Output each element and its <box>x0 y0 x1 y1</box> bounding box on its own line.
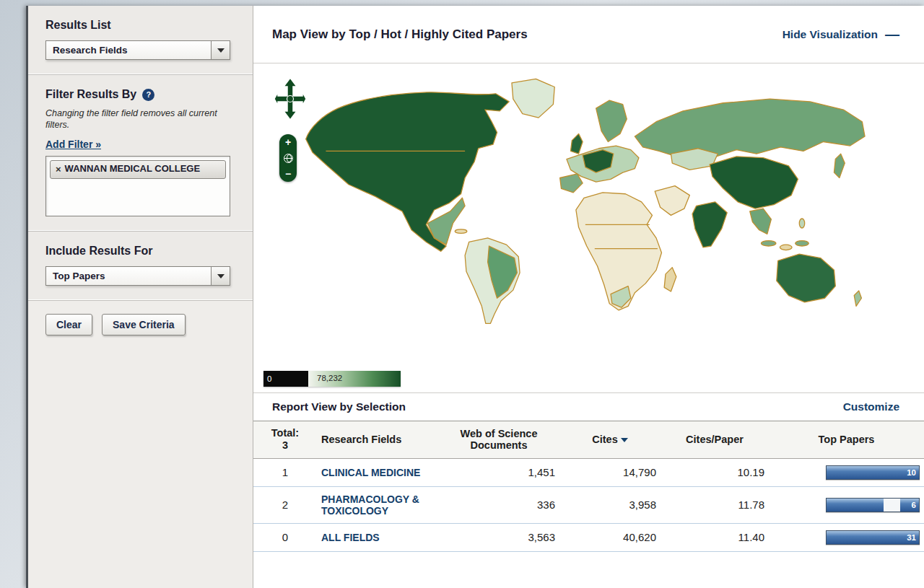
include-results-dropdown-button[interactable] <box>211 267 230 285</box>
bar-cap <box>900 499 919 512</box>
globe-icon[interactable] <box>284 154 293 163</box>
report-table: Total: 3 Research Fields Web of Science … <box>253 421 924 552</box>
country-shape <box>710 157 798 209</box>
cites-value: 14,790 <box>559 458 661 486</box>
total-value: 3 <box>258 439 313 452</box>
zoom-out-button[interactable]: − <box>285 169 291 179</box>
country-shape <box>306 92 510 252</box>
filter-section: Filter Results By ? Changing the filter … <box>28 75 253 232</box>
rank-value: 1 <box>253 458 317 486</box>
column-header-cites[interactable]: Cites <box>559 421 661 458</box>
map-pan-control[interactable] <box>274 76 307 128</box>
country-shape <box>635 99 865 157</box>
results-list-section: Results List Research Fields <box>28 6 253 75</box>
add-filter-link[interactable]: Add Filter » <box>45 139 101 150</box>
documents-value: 336 <box>438 486 559 523</box>
total-count: Total: 3 <box>253 421 317 458</box>
field-link-all-fields[interactable]: ALL FIELDS <box>321 532 380 543</box>
minimize-icon: — <box>885 26 899 43</box>
cites-per-paper-value: 11.40 <box>661 523 769 551</box>
include-results-heading: Include Results For <box>45 245 238 258</box>
top-papers-value: 31 <box>907 533 916 542</box>
hide-visualization-label: Hide Visualization <box>783 28 878 41</box>
country-shape <box>455 229 467 234</box>
cites-per-paper-value: 11.78 <box>661 486 769 523</box>
report-view-title: Report View by Selection <box>272 400 406 413</box>
field-link-pharmacology-toxicology[interactable]: PHARMACOLOGY & TOXICOLOGY <box>321 493 434 517</box>
hide-visualization-link[interactable]: Hide Visualization — <box>783 26 899 43</box>
legend-gradient: 78,232 <box>308 371 401 387</box>
cites-label: Cites <box>592 434 617 445</box>
clear-button[interactable]: Clear <box>45 314 92 335</box>
filter-by-heading: Filter Results By <box>45 88 136 101</box>
chevron-down-icon <box>217 48 225 53</box>
active-filters-box: × WANNAN MEDICAL COLLEGE <box>45 156 230 216</box>
legend-min-value: 0 <box>263 371 308 387</box>
country-shape <box>854 291 861 306</box>
documents-value: 1,451 <box>438 458 559 486</box>
filter-tag-wannan-medical-college[interactable]: × WANNAN MEDICAL COLLEGE <box>50 160 226 179</box>
main-panel: Map View by Top / Hot / Highly Cited Pap… <box>253 6 924 588</box>
bar-fill <box>827 499 884 512</box>
map-view-title: Map View by Top / Hot / Highly Cited Pap… <box>272 27 528 42</box>
top-papers-bar[interactable]: 10 <box>826 465 920 480</box>
rank-value: 0 <box>253 523 317 551</box>
zoom-in-button[interactable]: + <box>285 137 291 147</box>
country-shape <box>796 241 809 246</box>
include-results-section: Include Results For Top Papers <box>28 232 253 301</box>
country-shape <box>777 254 836 302</box>
map-legend: 0 78,232 <box>263 371 401 387</box>
rank-value: 2 <box>253 486 317 523</box>
remove-filter-icon[interactable]: × <box>56 164 61 175</box>
actions-section: Clear Save Criteria <box>28 301 253 588</box>
report-header: Report View by Selection Customize <box>253 392 924 421</box>
results-list-dropdown-button[interactable] <box>211 41 230 59</box>
country-shape <box>570 133 583 154</box>
country-shape <box>799 219 804 228</box>
country-shape <box>750 209 772 234</box>
sort-descending-icon <box>621 438 628 442</box>
total-label: Total: <box>258 427 313 439</box>
pan-center-icon <box>287 96 294 102</box>
customize-link[interactable]: Customize <box>843 400 899 413</box>
table-header-row: Total: 3 Research Fields Web of Science … <box>253 421 924 458</box>
cites-value: 40,620 <box>559 523 661 551</box>
save-criteria-button[interactable]: Save Criteria <box>102 314 186 335</box>
column-header-cites-per-paper[interactable]: Cites/Paper <box>661 421 769 458</box>
table-row: 2 PHARMACOLOGY & TOXICOLOGY 336 3,958 11… <box>253 486 924 523</box>
results-list-dropdown[interactable]: Research Fields <box>45 40 230 60</box>
cites-per-paper-value: 10.19 <box>661 458 769 486</box>
sidebar: Results List Research Fields Filter Resu… <box>28 6 253 588</box>
include-results-dropdown[interactable]: Top Papers <box>45 266 230 286</box>
help-icon[interactable]: ? <box>142 89 154 101</box>
country-shape <box>761 241 775 246</box>
cites-value: 3,958 <box>559 486 661 523</box>
country-shape <box>512 79 554 118</box>
map-zoom-control[interactable]: + − <box>279 134 297 182</box>
top-papers-bar[interactable]: 31 <box>826 530 920 545</box>
visualization-header: Map View by Top / Hot / Highly Cited Pap… <box>253 6 924 63</box>
field-link-clinical-medicine[interactable]: CLINICAL MEDICINE <box>321 467 420 478</box>
results-list-heading: Results List <box>45 19 238 32</box>
country-shape <box>692 202 727 247</box>
country-shape <box>834 154 845 177</box>
country-shape <box>560 174 583 193</box>
country-shape <box>664 268 676 291</box>
top-papers-bar[interactable]: 6 <box>826 498 920 512</box>
world-map[interactable] <box>295 74 873 328</box>
map-region: + − 0 78,232 <box>253 63 924 392</box>
column-header-documents[interactable]: Web of Science Documents <box>438 421 559 458</box>
include-results-selected-value: Top Papers <box>46 271 105 281</box>
column-header-research-fields[interactable]: Research Fields <box>317 421 438 458</box>
country-shape <box>596 100 627 141</box>
chevron-down-icon <box>217 274 225 278</box>
top-papers-value: 10 <box>907 468 916 477</box>
documents-value: 3,563 <box>438 523 559 551</box>
column-header-top-papers[interactable]: Top Papers <box>769 421 924 458</box>
top-papers-value: 6 <box>912 501 916 509</box>
results-list-selected-value: Research Fields <box>46 45 128 56</box>
app-window: Results List Research Fields Filter Resu… <box>26 6 924 588</box>
country-shape <box>780 245 792 250</box>
country-shape <box>655 186 689 216</box>
table-row: 1 CLINICAL MEDICINE 1,451 14,790 10.19 1… <box>253 458 924 486</box>
